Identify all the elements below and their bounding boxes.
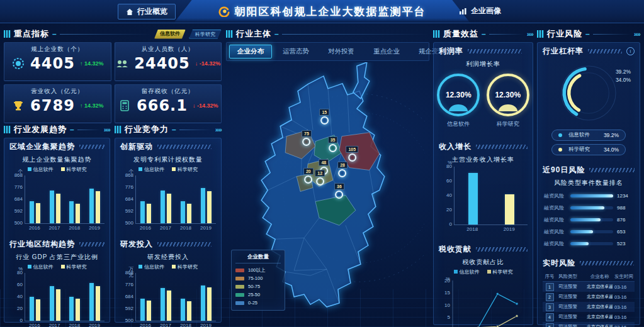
map-pin[interactable]: 35 — [328, 136, 338, 152]
pin-value: 15 — [319, 109, 329, 116]
subsection-header: 税收贡献 — [434, 241, 533, 256]
subsection-title: 研发投入 — [120, 239, 153, 250]
bar — [30, 201, 34, 223]
legend-item: 100以上 — [235, 266, 281, 274]
competitiveness-box: 创新驱动 发明专利累计授权数量 信息软件科学研究个868776684592500… — [115, 138, 222, 323]
top-header: 朝阳区科创规上企业大数据监测平台 行业概览 企业画像 — [0, 0, 644, 23]
section-title: 行业发展趋势 — [14, 124, 67, 135]
subsection-header: 收入增长 — [434, 138, 533, 153]
expand-arrows-icon[interactable]: »» — [527, 30, 533, 38]
bars-icon — [226, 30, 233, 38]
risk-table-row[interactable]: 5司法预警北京启信卓越科技有限公司03-16 — [543, 322, 635, 327]
pin-value: 48 — [319, 159, 329, 166]
trophy-icon — [11, 99, 25, 113]
nav-industry-overview-button[interactable]: 行业概览 — [118, 4, 176, 19]
bar — [69, 297, 74, 321]
tab-item-1[interactable]: 运营态势 — [274, 45, 317, 58]
chip-science-research[interactable]: 科学研究 — [189, 30, 222, 39]
info-icon[interactable]: i — [626, 47, 635, 55]
risk-rank-row: 融资风险653 — [544, 226, 633, 238]
map-pin[interactable]: 75 — [302, 130, 312, 146]
district-map[interactable]: 企业数量 100以上75-10050-7525-500-25 157535105… — [226, 62, 429, 316]
key-indicators-panel: 重点指标 – 信息软件 科学研究 规上企业数（个）4405↑ 14.32%从业人… — [4, 28, 222, 123]
risk-table-row[interactable]: 3司法预警北京启信卓越科技有限公司03-16 — [543, 302, 635, 312]
expand-arrows-icon[interactable]: »» — [634, 30, 640, 38]
home-icon — [126, 8, 133, 16]
stat-label: 留存税收（亿元） — [115, 87, 222, 96]
bar — [89, 283, 94, 321]
section-title: 重点指标 — [14, 28, 49, 40]
pin-value: 35 — [328, 136, 338, 143]
gauge-value-labels: 39.2% 34.0% — [616, 68, 631, 84]
donut-info-software: 12.30% 信息软件 — [437, 74, 480, 128]
header-title-banner: 朝阳区科创规上企业大数据监测平台 — [174, 0, 470, 23]
subsection-header: 实时风险 — [538, 255, 640, 270]
dash-decoration: – — [585, 30, 590, 38]
stat-card: 留存税收（亿元）666.1↓ -14.32% — [115, 84, 222, 123]
risk-table-row[interactable]: 2司法预警北京启信卓越科技有限公司03-16 — [543, 292, 635, 302]
chip-info-software[interactable]: 信息软件 — [154, 30, 186, 39]
chart-title: 利润增长率 — [434, 60, 533, 69]
legend-item: 0-25 — [235, 299, 281, 307]
leverage-value-2: 34.0% — [616, 76, 631, 84]
gdp-share-chart: 信息软件科学研究%8060402002016201720182019 — [4, 263, 110, 327]
map-pin[interactable]: 28 — [337, 162, 347, 177]
line-decoration — [179, 130, 212, 130]
donut-science-research: 12.30% 科学研究 — [487, 74, 529, 128]
expand-arrows-icon[interactable]: »» — [104, 126, 110, 133]
industry-trend-panel: 行业发展趋势 – »» 区域企业集聚趋势 规上企业数量集聚趋势 信息软件科学研究… — [4, 123, 110, 323]
legend-dot — [558, 133, 562, 137]
map-pin[interactable]: 36 — [334, 183, 344, 199]
legend-dot — [558, 148, 562, 152]
subsection-title: 税收贡献 — [439, 244, 472, 255]
line-decoration — [593, 34, 631, 35]
profit-gauge: 12.30% — [437, 74, 480, 116]
tab-item-2[interactable]: 对外投资 — [320, 45, 363, 58]
pin-marker-icon — [320, 116, 329, 125]
industry-entity-header: 行业主体 – — [226, 28, 429, 40]
map-pin[interactable]: 105 — [346, 146, 358, 162]
risk-box: 行业杠杆率 i 39.2% 34.0% 信息软件 39.2% 科学研究 34.0… — [537, 42, 640, 325]
bar — [56, 194, 60, 224]
stat-delta: ↑ 14.32% — [80, 60, 104, 67]
stat-value: 4405 — [30, 56, 75, 71]
subsection-title: 利润率 — [439, 46, 463, 57]
risk-table-row[interactable]: 4司法预警北京启信卓越科技有限公司03-16 — [543, 312, 635, 322]
income-growth-chart: %80604020020182019 — [434, 167, 533, 232]
pin-value: 75 — [302, 130, 312, 137]
bar — [207, 287, 212, 321]
bar — [76, 204, 80, 223]
col-type: 风险类型 — [558, 274, 585, 280]
rnd-chart: 信息软件科学研究万元868776684592500201620172018201… — [115, 263, 221, 327]
risk-table-row[interactable]: 1司法预警北京启信卓越科技有限公司03-16 — [543, 282, 635, 292]
hatch-decoration — [157, 145, 212, 149]
hatch-decoration — [79, 242, 105, 247]
hatch-decoration — [588, 49, 622, 53]
calculator-icon — [118, 99, 132, 113]
map-pin[interactable]: 20 — [303, 168, 314, 184]
stat-card: 规上企业数（个）4405↑ 14.32% — [4, 42, 111, 81]
bar-chart-icon — [459, 8, 467, 15]
bar — [147, 204, 151, 223]
legend-row-science-research: 科学研究 34.0% — [551, 144, 626, 155]
stat-card: 营业收入（亿元）6789↑ 14.32% — [4, 84, 111, 123]
subsection-header: 创新驱动 — [115, 138, 221, 153]
map-pin[interactable]: 12 — [315, 170, 325, 186]
col-no: 序号 — [543, 274, 556, 280]
bars-icon — [115, 126, 121, 133]
subsection-title: 行业地区结构趋势 — [9, 239, 75, 250]
legend-value: 39.2% — [604, 132, 619, 138]
subsection-header: 研发投入 — [115, 236, 221, 251]
legend-name: 科学研究 — [568, 146, 590, 153]
dash-decoration: – — [482, 30, 486, 38]
bar — [468, 173, 478, 224]
expand-arrows-icon[interactable]: »» — [215, 126, 222, 133]
tab-item-0[interactable]: 企业分布 — [229, 45, 272, 58]
legend-item: 25-50 — [235, 291, 281, 299]
dash-decoration: – — [70, 125, 74, 134]
bar — [50, 191, 54, 223]
tab-item-3[interactable]: 重点企业 — [365, 45, 408, 58]
nav-enterprise-portrait-button[interactable]: 企业画像 — [451, 4, 509, 18]
map-pin[interactable]: 15 — [319, 109, 329, 125]
industry-risk-panel: 行业风险 – »» 行业杠杆率 i 39.2% 34.0% 信息软件 39.2% — [537, 28, 640, 325]
